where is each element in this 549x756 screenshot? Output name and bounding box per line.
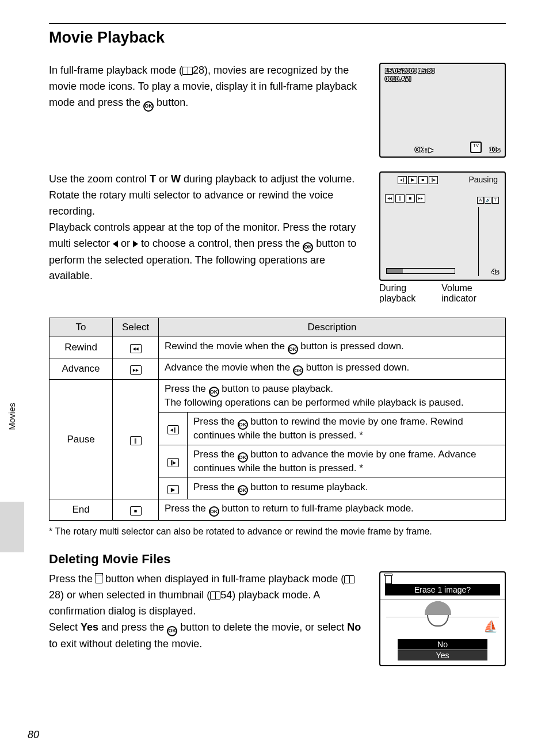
page-title: Movie Playback (49, 29, 506, 47)
footnote: * The rotary multi selector can also be … (49, 526, 506, 537)
manual-page: Movies 80 Movie Playback In full-frame p… (0, 0, 549, 756)
ok-icon: OK (238, 452, 248, 463)
boat-illustration: ⛵ (483, 620, 498, 633)
page-number: 80 (28, 729, 39, 741)
table-row: Advance ▸▸ Advance the movie when the OK… (49, 358, 506, 380)
ok-icon: OK (167, 626, 177, 636)
rewind-icon: ◂◂ (130, 344, 142, 353)
advance-frame-icon: ∥▸ (429, 176, 438, 184)
book-icon (182, 67, 193, 75)
play-icon: ▶ (408, 176, 417, 184)
ok-icon: OK (238, 419, 248, 430)
trash-icon (96, 575, 102, 583)
rewind-icon: ◂◂ (385, 194, 394, 203)
advance-frame-icon: ∥▸ (167, 458, 179, 467)
table-row: End ■ Press the OK button to return to f… (49, 499, 506, 521)
play-icon: ▶ (167, 485, 179, 494)
rewind-frame-icon: ◂∥ (398, 176, 407, 184)
book-icon (344, 575, 354, 583)
stop-icon: ■ (418, 176, 428, 184)
playback-screen-2: ◂∥ ▶ ■ ∥▸ Pausing ◂◂ ∥ ■ ▸▸ W🔊T (379, 171, 506, 304)
ok-icon: OK (303, 242, 313, 253)
ok-icon: OK (293, 365, 303, 376)
right-arrow-icon (133, 240, 138, 247)
delete-option-yes: Yes (398, 650, 487, 660)
pause-icon: ∥ (395, 194, 405, 203)
left-arrow-icon (113, 240, 118, 247)
ok-icon: OK (238, 485, 248, 495)
tv-mode-icon: TV (470, 142, 482, 153)
stop-icon: ■ (130, 506, 142, 516)
side-tab-label: Movies (7, 403, 17, 472)
volume-indicator: W🔊T (477, 197, 499, 204)
ok-icon: OK (209, 387, 219, 397)
controls-table: To Select Description Rewind ◂◂ Rewind t… (49, 318, 506, 521)
table-row: Rewind ◂◂ Rewind the movie when the OK b… (49, 337, 506, 358)
playback-screen-1: 15/05/2009 15:30 0010.AVI 10s TV OK : ▶ (379, 63, 506, 158)
stop-icon: ■ (406, 194, 415, 203)
caption-volume: Volume indicator (441, 283, 506, 304)
caption-playback: During playback (379, 283, 441, 304)
trash-icon (385, 576, 392, 584)
ok-icon: OK (209, 506, 219, 517)
instructions-paragraph: Use the zoom control T or W during playb… (49, 171, 365, 284)
ok-icon: OK (143, 101, 154, 112)
rewind-frame-icon: ◂∥ (167, 425, 179, 434)
side-tab: Movies (0, 472, 24, 552)
deleting-heading: Deleting Movie Files (49, 552, 506, 567)
intro-paragraph: In full-frame playback mode (28), movies… (49, 63, 365, 112)
advance-icon: ▸▸ (130, 365, 142, 375)
book-icon (210, 591, 220, 600)
advance-icon: ▸▸ (416, 194, 425, 203)
person-illustration (421, 601, 455, 642)
progress-bar (386, 268, 455, 274)
deleting-paragraph: Press the button when displayed in full-… (49, 571, 365, 652)
delete-confirmation-screen: Erase 1 image? ⛵ No Yes (379, 571, 506, 666)
pause-icon: ∥ (130, 436, 142, 445)
ok-icon: OK (288, 344, 298, 354)
delete-option-no: No (398, 639, 487, 650)
table-row: Pause ∥ Press the OK button to pause pla… (49, 380, 506, 413)
